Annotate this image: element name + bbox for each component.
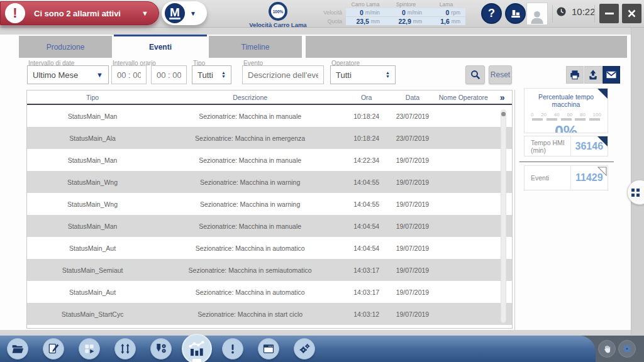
main-panel: Produzione Eventi Timeline Intervallo di…: [0, 35, 631, 330]
unit: rpm: [451, 9, 460, 16]
type-select[interactable]: Tutti ▲▼: [192, 65, 231, 84]
measures-col-spintore: Spintore: [385, 1, 427, 8]
close-button[interactable]: [622, 4, 641, 23]
exclamation-icon: [226, 343, 239, 355]
close-icon: [627, 9, 636, 18]
toolbar-button-programs[interactable]: [79, 338, 100, 359]
table-row[interactable]: StatusMain_WngSezionatrice: Macchina in …: [27, 193, 512, 215]
help-button[interactable]: ?: [481, 3, 502, 24]
event-search-input[interactable]: [242, 65, 324, 84]
spinner-icon: ▲▼: [221, 71, 226, 79]
chart-icon: [188, 340, 206, 358]
alarm-banner[interactable]: ! Ci sono 2 allarmi attivi ▼: [0, 1, 159, 25]
cell-tipo: StatusMain_Wng: [27, 178, 158, 186]
divider: [514, 90, 515, 330]
divider: [552, 5, 553, 23]
toolbar-button-alarms[interactable]: [222, 338, 243, 359]
top-bar: ! Ci sono 2 allarmi attivi ▼ M ▼ 100% Ve…: [0, 0, 644, 28]
measures-row-velocita: Velocità 0m/min 0m/min 0rpm: [314, 8, 467, 16]
cell-ora: 14:03:12: [342, 310, 391, 318]
percent-scale: 020406080100: [531, 112, 601, 118]
type-value: Tutti: [197, 70, 213, 80]
cell-descrizione: Sezionatrice: Macchina in warning: [158, 200, 342, 208]
value: 0: [446, 9, 450, 16]
toolbar-button-statistics[interactable]: [182, 334, 212, 362]
mail-icon: [606, 69, 617, 80]
table-scrollbar[interactable]: [501, 109, 506, 323]
user-icon: [529, 8, 545, 25]
table-row[interactable]: StatusMain_AutSezionatrice: Macchina in …: [27, 281, 512, 303]
table-row[interactable]: StatusMain_StartCycSezionatrice: Macchin…: [27, 303, 512, 325]
cell-ora: 14:03:17: [342, 266, 391, 274]
table-row[interactable]: StatusMain_AutSezionatrice: Macchina in …: [27, 237, 512, 259]
brand-logo-subtext: [169, 18, 180, 19]
brand-menu[interactable]: M ▼: [162, 1, 207, 25]
table-row[interactable]: StatusMain_ManSezionatrice: Macchina in …: [27, 215, 512, 237]
tab-eventi[interactable]: Eventi: [114, 35, 207, 58]
measures-col-lama: Lama: [427, 1, 465, 8]
chevron-down-icon: ▼: [96, 71, 103, 79]
operator-select[interactable]: Tutti ▲▼: [330, 65, 396, 84]
user-avatar[interactable]: [526, 3, 548, 25]
date-range-select[interactable]: Ultimo Mese ▼: [27, 65, 109, 84]
events-table-body: StatusMain_ManSezionatrice: Macchina in …: [27, 105, 512, 325]
pencil-icon: [47, 343, 60, 355]
reset-button[interactable]: Reset: [489, 65, 512, 84]
brand-logo-letter: M: [170, 7, 180, 18]
value: 22,9: [398, 18, 411, 25]
speed-gauge-value: 100%: [273, 9, 284, 14]
brand-logo: M: [165, 3, 185, 23]
table-row[interactable]: StatusMain_SemiautSezionatrice: Macchina…: [27, 259, 512, 281]
minimize-button[interactable]: [599, 4, 619, 23]
table-row[interactable]: StatusMain_ManSezionatrice: Macchina in …: [27, 105, 512, 127]
unit: mm: [452, 18, 460, 25]
machine-button[interactable]: [505, 3, 526, 24]
time-to-input[interactable]: [151, 65, 187, 84]
toolbar-button-setup[interactable]: [294, 338, 315, 359]
chevron-down-icon: ▼: [190, 10, 196, 17]
header-ora: Ora: [342, 94, 391, 101]
cell-tipo: StatusMain_Aut: [27, 288, 158, 296]
clock-time: 10:22: [572, 6, 596, 17]
events-table-header: Tipo Descrizione Ora Data Nome Operatore…: [27, 90, 512, 105]
email-button[interactable]: [602, 66, 620, 84]
tab-timeline[interactable]: Timeline: [209, 36, 302, 58]
speed-gauge-ring: 100%: [269, 2, 287, 21]
print-button[interactable]: [566, 66, 584, 84]
table-scrollbar-thumb[interactable]: [501, 112, 506, 116]
cell-ora: 14:04:54: [342, 222, 391, 230]
value: 23,5: [356, 18, 369, 25]
cell-data: 19/07/2019: [391, 222, 434, 230]
alarm-icon: !: [5, 3, 25, 23]
toolbar-button-archive[interactable]: [7, 338, 28, 359]
search-button[interactable]: [465, 65, 485, 84]
hmi-time-label: Tempo HMI (min): [525, 139, 570, 154]
toolbar-button-edit[interactable]: [43, 338, 64, 359]
table-row[interactable]: StatusMain_WngSezionatrice: Macchina in …: [27, 171, 512, 193]
export-button[interactable]: [584, 66, 602, 84]
events-table: Tipo Descrizione Ora Data Nome Operatore…: [26, 90, 513, 329]
clock: 10:22: [556, 6, 596, 17]
table-row[interactable]: StatusMain_ManSezionatrice: Macchina in …: [27, 149, 512, 171]
table-row[interactable]: StatusMain_AlaSezionatrice: Macchina in …: [27, 127, 512, 149]
divider: [519, 162, 614, 162]
spinner-icon: ▲▼: [386, 71, 390, 79]
toolbar-button-axes[interactable]: [114, 338, 136, 359]
tab-produzione[interactable]: Produzione: [19, 36, 112, 58]
corner-flag-icon: [597, 136, 608, 146]
cell-tipo: StatusMain_Man: [27, 156, 158, 164]
cell-descrizione: Sezionatrice: Macchina in automatico: [158, 244, 342, 252]
expand-columns-icon[interactable]: »: [492, 92, 512, 102]
modules-icon: [83, 343, 96, 355]
toolbar-button-tooling[interactable]: [150, 338, 172, 359]
events-count-label: Eventi: [525, 174, 570, 182]
time-from-input[interactable]: [111, 65, 147, 84]
clock-icon: [556, 6, 567, 17]
cell-tipo: StatusMain_Wng: [27, 200, 158, 208]
pan-mode-button[interactable]: [598, 340, 616, 358]
cell-tipo: StatusMain_Aut: [27, 244, 158, 252]
stats-panel: Percentuale tempo macchina 020406080100 …: [514, 35, 631, 330]
settings-button[interactable]: [618, 340, 636, 358]
header-data: Data: [391, 94, 434, 101]
toolbar-button-terminal[interactable]: [258, 338, 279, 359]
